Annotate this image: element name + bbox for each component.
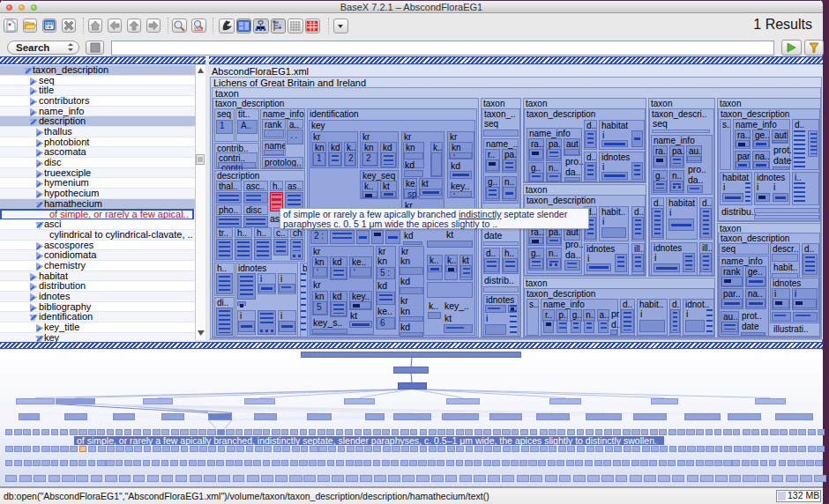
svg-text:*: * xyxy=(8,21,11,30)
svg-text:1518: 1518 xyxy=(194,27,204,32)
